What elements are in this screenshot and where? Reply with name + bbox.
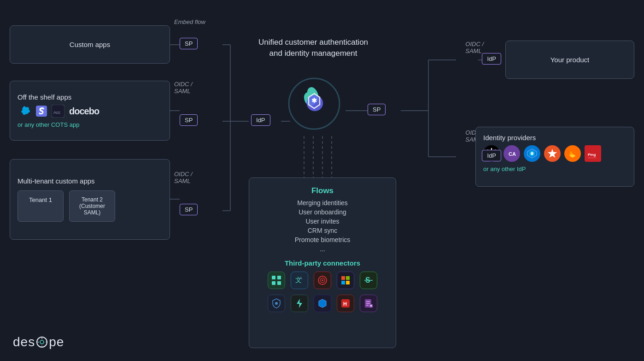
flow-item-3: User invites	[305, 218, 339, 225]
svg-rect-54	[346, 276, 350, 280]
off-shelf-title: Off the shelf apps	[18, 93, 71, 101]
svg-point-52	[322, 279, 323, 281]
svg-text:✱: ✱	[311, 97, 317, 104]
svg-marker-61	[319, 299, 326, 308]
connector-icon-7	[291, 295, 308, 312]
flow-item-2: User onboarding	[299, 208, 346, 216]
oidc-saml-right-top: OIDC /SAML	[465, 41, 484, 54]
center-title: Unified customer authenticationand ident…	[240, 37, 387, 59]
your-product-box: Your product	[505, 41, 634, 79]
flows-title: Flows	[311, 186, 334, 195]
connector-icon-3	[314, 272, 331, 289]
connector-icon-10	[360, 295, 377, 312]
center-logo: ✱	[284, 74, 344, 134]
connectors-title: Third-party connectors	[285, 259, 360, 267]
connector-icon-5: S	[360, 272, 377, 289]
svg-text:Identity: Identity	[588, 157, 597, 158]
flows-box: Flows Merging identities User onboarding…	[249, 178, 396, 348]
svg-text:A: A	[299, 276, 302, 280]
tenant-row: Tenant 1 Tenant 2(CustomerSAML)	[18, 190, 115, 222]
idp-badge-right-bottom: IdP	[482, 150, 501, 161]
diagram-container: Custom apps Embed flow SP Off the shelf …	[0, 0, 644, 361]
svg-text:Ping: Ping	[588, 153, 596, 157]
connector-icon-6	[268, 295, 285, 312]
multi-tenant-title: Multi-tenant custom apps	[18, 177, 95, 185]
flow-item-4: CRM sync	[308, 227, 338, 234]
descope-logo: des pe	[13, 335, 64, 349]
svg-rect-53	[341, 276, 345, 280]
connector-icon-9: H	[337, 295, 354, 312]
connector-row-1: 文 A	[268, 272, 377, 289]
descope-logo-icon	[36, 336, 48, 348]
idp-badge-right-top: IdP	[482, 53, 501, 65]
connector-icon-2: 文 A	[291, 272, 308, 289]
svg-rect-44	[272, 276, 275, 279]
sp-badge-1: SP	[180, 38, 198, 49]
tenant2-box: Tenant 2(CustomerSAML)	[69, 190, 115, 222]
multi-tenant-box: Multi-tenant custom apps Tenant 1 Tenant…	[10, 159, 170, 240]
sp-badge-3: SP	[180, 204, 198, 215]
idp-badge-left: IdP	[251, 114, 270, 126]
salesforce-icon	[18, 106, 31, 116]
svg-text:Acc: Acc	[53, 110, 61, 115]
your-product-label: Your product	[550, 56, 590, 64]
svg-rect-47	[277, 281, 281, 285]
svg-text:H: H	[343, 301, 347, 307]
connector-icon-1	[268, 272, 285, 289]
connector-row-2: H	[268, 295, 377, 312]
descope-center-icon: ✱	[287, 76, 342, 131]
svg-marker-60	[297, 299, 302, 308]
oidc-saml-label-2: OIDC /SAML	[174, 171, 193, 184]
svg-rect-45	[277, 276, 281, 279]
flow-item-1: Merging identities	[297, 199, 348, 207]
off-shelf-link: or any other COTS app	[18, 121, 79, 128]
svg-marker-41	[548, 149, 557, 158]
svg-rect-55	[341, 281, 345, 284]
svg-rect-46	[272, 281, 275, 285]
flow-item-ellipsis: ...	[320, 245, 325, 253]
firebase-icon	[564, 145, 581, 162]
svg-text:CA: CA	[509, 151, 516, 157]
embed-flow-label: Embed flow	[174, 18, 205, 25]
flow-item-5: Promote biometrics	[295, 236, 351, 243]
oidc-saml-label-1: OIDC /SAML	[174, 81, 193, 95]
identity-providers-title: Identity providers	[483, 134, 536, 142]
connector-icon-8	[314, 295, 331, 312]
tenant1-box: Tenant 1	[18, 190, 64, 222]
auth0-icon	[544, 145, 561, 162]
accredible-icon: Acc	[52, 105, 64, 118]
connector-icon-4	[337, 272, 354, 289]
off-shelf-logos: Acc docebo	[18, 105, 99, 118]
custom-apps-box: Custom apps	[10, 25, 170, 64]
custom-apps-label: Custom apps	[70, 41, 110, 48]
off-shelf-box: Off the shelf apps Acc docebo or any oth…	[10, 81, 170, 141]
docebo-text: docebo	[69, 106, 99, 117]
idp-link-text: or any other IdP	[483, 166, 526, 172]
sp-badge-2: SP	[180, 114, 198, 126]
svg-rect-56	[346, 281, 350, 284]
ping-icon: Ping Identity	[585, 145, 601, 162]
azure-ad-icon	[524, 145, 540, 162]
sp-badge-right: SP	[368, 104, 386, 115]
cyberark-icon: CA	[503, 145, 520, 162]
stripe-icon	[36, 106, 47, 117]
svg-point-72	[40, 340, 44, 344]
svg-point-59	[275, 302, 278, 305]
